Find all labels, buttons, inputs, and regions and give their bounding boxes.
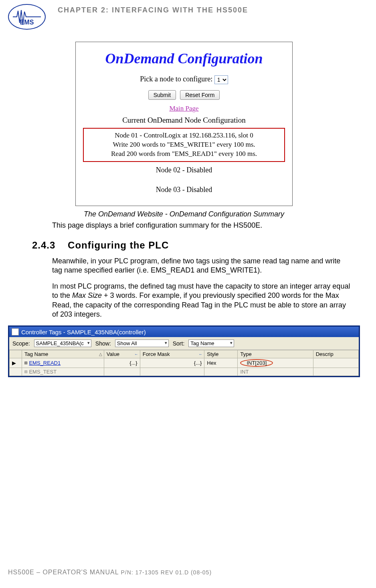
main-page-link[interactable]: Main Page bbox=[80, 105, 288, 113]
svg-text:EMS: EMS bbox=[20, 19, 34, 26]
tag-link[interactable]: EMS_READ1 bbox=[29, 360, 61, 366]
node01-line2: Write 200 words to "EMS_WRITE1" every 10… bbox=[88, 140, 280, 150]
cell-tag-name[interactable]: ⊞ EMS_TEST bbox=[22, 368, 104, 376]
sort-label: Sort: bbox=[173, 340, 185, 347]
paragraph-1: Meanwhile, in your PLC program, define t… bbox=[52, 257, 352, 275]
current-config-heading: Current OnDemand Node Configuration bbox=[80, 116, 288, 125]
expand-icon[interactable]: ⊞ bbox=[24, 369, 28, 375]
chapter-title: CHAPTER 2: INTERFACING WITH THE HS500E bbox=[58, 4, 248, 14]
col-tag-name[interactable]: Tag Name△ bbox=[22, 350, 104, 358]
para2-em: Max Size bbox=[72, 291, 102, 299]
node-select[interactable]: 1 bbox=[214, 75, 228, 84]
section-number: 2.4.3 bbox=[32, 240, 55, 251]
footer-pn: P/N: 17-1305 REV 01.D (08-05) bbox=[121, 569, 212, 576]
footer-title: HS500E – OPERATOR'S MANUAL bbox=[8, 569, 121, 576]
window-titlebar: Controller Tags - SAMPLE_435NBA(controll… bbox=[9, 327, 359, 337]
row-indicator bbox=[10, 368, 22, 376]
table-row[interactable]: ⊞ EMS_TEST INT bbox=[10, 368, 359, 376]
cell-style[interactable]: Hex bbox=[204, 358, 238, 368]
toolbar: Scope: SAMPLE_435NBA(c Show: Show All So… bbox=[9, 337, 359, 350]
col-style[interactable]: Style bbox=[204, 350, 238, 358]
header-row: Tag Name△ Value← Force Mask← Style Type … bbox=[10, 350, 359, 358]
document-icon bbox=[12, 328, 19, 335]
scope-dropdown[interactable]: SAMPLE_435NBA(c bbox=[34, 339, 91, 347]
col-value[interactable]: Value← bbox=[104, 350, 140, 358]
cell-force[interactable] bbox=[140, 368, 204, 376]
tags-table: Tag Name△ Value← Force Mask← Style Type … bbox=[9, 350, 359, 376]
plc-screenshot: Controller Tags - SAMPLE_435NBA(controll… bbox=[8, 325, 360, 377]
cell-value[interactable] bbox=[104, 368, 140, 376]
node-02: Node 02 - Disabled bbox=[80, 166, 288, 174]
table-row[interactable]: ▶ ⊞ EMS_READ1 {...} {...} Hex INT[203] bbox=[10, 358, 359, 368]
node01-line1: Node 01 - ControlLogix at 192.168.253.11… bbox=[88, 131, 280, 140]
section-title: Configuring the PLC bbox=[68, 240, 169, 251]
sort-asc-icon: △ bbox=[99, 352, 102, 356]
figure-caption: The OnDemand Website - OnDemand Configur… bbox=[8, 210, 360, 218]
row-indicator: ▶ bbox=[10, 358, 22, 368]
cell-descrip[interactable] bbox=[313, 358, 358, 368]
ondemand-heading: OnDemand Configuration bbox=[80, 50, 288, 67]
tag-text: EMS_TEST bbox=[29, 369, 57, 375]
paragraph-2: In most PLC programs, the defined tag mu… bbox=[52, 282, 352, 319]
expand-icon[interactable]: ⊞ bbox=[24, 360, 28, 366]
type-highlight: INT[203] bbox=[240, 359, 273, 367]
button-row: Submit Reset Form bbox=[80, 90, 288, 100]
col-descrip[interactable]: Descrip bbox=[313, 350, 358, 358]
window-title: Controller Tags - SAMPLE_435NBA(controll… bbox=[21, 329, 146, 335]
col-force-mask[interactable]: Force Mask← bbox=[140, 350, 204, 358]
page-footer: HS500E – OPERATOR'S MANUAL P/N: 17-1305 … bbox=[8, 569, 212, 576]
show-label: Show: bbox=[95, 340, 111, 347]
ondemand-screenshot: OnDemand Configuration Pick a node to co… bbox=[75, 42, 293, 206]
scope-label: Scope: bbox=[12, 340, 30, 347]
cell-type[interactable]: INT bbox=[238, 368, 313, 376]
node01-line3: Read 200 words from "EMS_READ1" every 10… bbox=[88, 150, 280, 159]
node-01-box: Node 01 - ControlLogix at 192.168.253.11… bbox=[83, 128, 285, 162]
page-header: EMS CHAPTER 2: INTERFACING WITH THE HS50… bbox=[8, 0, 360, 30]
arrow-icon: ← bbox=[134, 352, 138, 356]
intro-paragraph: This page displays a brief configuration… bbox=[52, 221, 360, 230]
col-type[interactable]: Type bbox=[238, 350, 313, 358]
submit-button[interactable]: Submit bbox=[148, 90, 176, 100]
reset-button[interactable]: Reset Form bbox=[180, 90, 220, 100]
node-03: Node 03 - Disabled bbox=[80, 186, 288, 194]
show-dropdown[interactable]: Show All bbox=[115, 339, 169, 347]
section-heading: 2.4.3 Configuring the PLC bbox=[32, 240, 360, 251]
sort-dropdown[interactable]: Tag Name bbox=[188, 339, 234, 347]
cell-force[interactable]: {...} bbox=[140, 358, 204, 368]
pick-label: Pick a node to configure: bbox=[140, 75, 212, 83]
cell-type[interactable]: INT[203] bbox=[238, 358, 313, 368]
row-selector-header bbox=[10, 350, 22, 358]
pick-node-row: Pick a node to configure: 1 bbox=[80, 75, 288, 84]
ems-logo: EMS bbox=[8, 4, 46, 30]
arrow-icon: ← bbox=[198, 352, 202, 356]
cell-value[interactable]: {...} bbox=[104, 358, 140, 368]
cell-descrip[interactable] bbox=[313, 368, 358, 376]
cell-style[interactable] bbox=[204, 368, 238, 376]
cell-tag-name[interactable]: ⊞ EMS_READ1 bbox=[22, 358, 104, 368]
